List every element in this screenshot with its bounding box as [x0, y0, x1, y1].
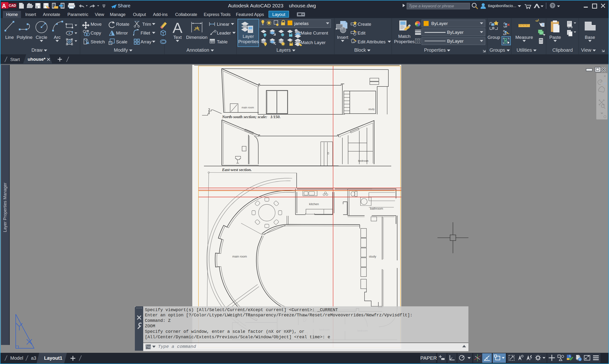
svg-text:2D: 2D: [604, 82, 607, 85]
svg-text:study: study: [369, 255, 376, 258]
svg-text:A: A: [172, 20, 182, 36]
svg-text:North-south section; scale:: North-south section; scale: 1/150.: [222, 115, 281, 119]
svg-text:?: ?: [551, 4, 554, 8]
svg-text:bedroom: bedroom: [358, 159, 368, 162]
svg-text:bathroom: bathroom: [370, 207, 383, 210]
svg-text:main room: main room: [232, 255, 247, 258]
svg-text:East-west section.: East-west section.: [222, 168, 252, 172]
svg-text:kitchen: kitchen: [309, 202, 319, 206]
svg-text:study: study: [368, 108, 375, 111]
svg-text:main room: main room: [242, 106, 254, 109]
